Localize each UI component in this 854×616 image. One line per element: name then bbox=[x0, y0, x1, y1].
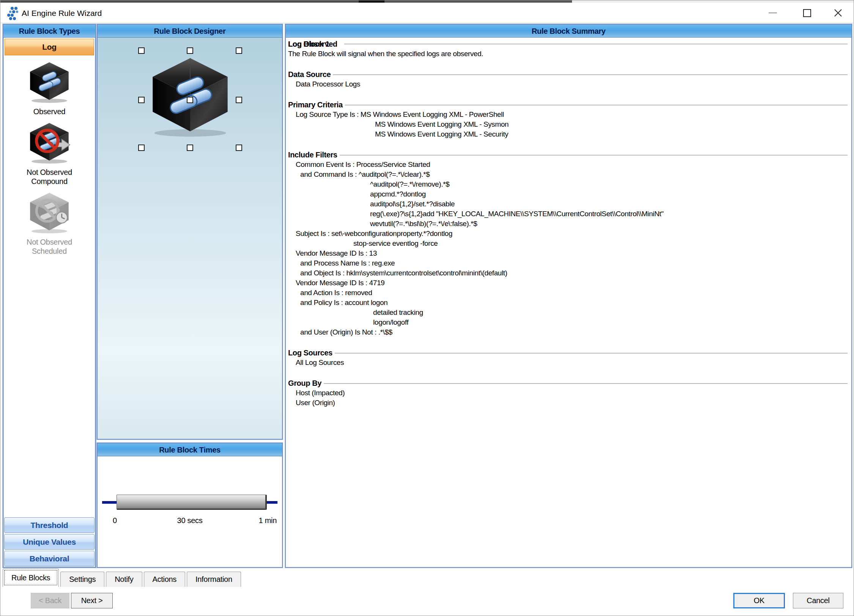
summary-line: Host (Impacted) bbox=[288, 388, 848, 398]
rule-block-times-panel: Rule Block Times 0 30 secs 1 min bbox=[97, 443, 283, 568]
summary-line: MS Windows Event Logging XML - Security bbox=[288, 129, 848, 139]
rule-block-summary-header: Rule Block Summary bbox=[286, 25, 851, 38]
type-label-not-observed-compound: Not Observed Compound bbox=[17, 168, 82, 186]
heading-rule bbox=[340, 155, 848, 156]
log-type-button[interactable]: Log bbox=[5, 39, 94, 55]
summary-line: and Policy Is : account logon bbox=[288, 298, 848, 308]
selection-handle-top-right[interactable] bbox=[236, 47, 242, 54]
section-data-source: Data Source Data Processor Logs bbox=[288, 69, 848, 89]
summary-line: wevtutil(?=.*\bsl\b)(?=.*\/e\:false).*$ bbox=[288, 219, 848, 229]
summary-line: Common Event Is : Process/Service Starte… bbox=[288, 160, 848, 170]
not-observed-compound-cube-icon bbox=[26, 121, 73, 165]
heading-rule bbox=[335, 353, 848, 354]
block-title-overlay: Log Block 1 bbox=[288, 39, 329, 49]
selection-handle-middle-left[interactable] bbox=[138, 97, 145, 103]
heading-rule bbox=[324, 383, 848, 384]
observed-cube-icon bbox=[26, 60, 73, 104]
summary-line: Vendor Message ID Is : 4719 bbox=[288, 278, 848, 288]
selected-rule-block-cube[interactable] bbox=[145, 53, 235, 140]
summary-line: All Log Sources bbox=[288, 358, 848, 368]
summary-line: auditpol\s{1,2}/set.*?disable bbox=[288, 199, 848, 209]
selection-handle-top-left[interactable] bbox=[138, 47, 145, 54]
section-primary-criteria: Primary Criteria Log Source Type Is : MS… bbox=[288, 100, 848, 139]
threshold-button[interactable]: Threshold bbox=[4, 517, 95, 533]
unique-values-button[interactable]: Unique Values bbox=[4, 534, 95, 550]
type-item-not-observed-scheduled[interactable]: Not Observed Scheduled bbox=[3, 190, 95, 256]
close-icon bbox=[834, 8, 843, 17]
data-source-heading: Data Source bbox=[288, 69, 331, 79]
log-sources-heading: Log Sources bbox=[288, 348, 332, 358]
section-group-by: Group By Host (Impacted) User (Origin) bbox=[288, 378, 848, 408]
section-include-filters: Include Filters Common Event Is : Proces… bbox=[288, 150, 848, 337]
window-title: AI Engine Rule Wizard bbox=[22, 9, 102, 18]
back-button[interactable]: < Back bbox=[31, 593, 69, 608]
logrhythm-logo-icon bbox=[6, 6, 20, 23]
summary-line: and Object Is : hklm\system\currentcontr… bbox=[288, 268, 848, 278]
summary-line: User (Origin) bbox=[288, 398, 848, 408]
summary-line: and User (Origin) Is Not : .*\$$ bbox=[288, 327, 848, 337]
summary-line: and Action Is : removed bbox=[288, 288, 848, 298]
summary-line: MS Windows Event Logging XML - Sysmon bbox=[288, 119, 848, 129]
summary-line: logon/logoff bbox=[288, 317, 848, 327]
primary-criteria-heading: Primary Criteria bbox=[288, 100, 343, 110]
type-label-observed: Observed bbox=[17, 107, 82, 116]
summary-line: and Command Is : ^auditpol(?=.*\/clear).… bbox=[288, 170, 848, 179]
selection-handle-middle-center[interactable] bbox=[187, 97, 193, 103]
rule-block-designer-header: Rule Block Designer bbox=[98, 25, 282, 38]
selection-handle-bottom-center[interactable] bbox=[187, 145, 193, 151]
rule-block-designer-panel: Rule Block Designer bbox=[97, 24, 283, 440]
type-item-not-observed-compound[interactable]: Not Observed Compound bbox=[3, 121, 95, 186]
tab-actions[interactable]: Actions bbox=[144, 572, 186, 587]
times-canvas: 0 30 secs 1 min bbox=[98, 456, 282, 567]
designer-canvas[interactable] bbox=[98, 38, 282, 439]
ai-engine-rule-wizard-window: AI Engine Rule Wizard Rule Block Types L… bbox=[0, 0, 854, 616]
minimize-icon bbox=[769, 13, 777, 13]
summary-description: The Rule Block will signal when the spec… bbox=[288, 49, 848, 59]
close-button[interactable] bbox=[826, 3, 851, 23]
include-filters-heading: Include Filters bbox=[288, 150, 337, 160]
time-slider-range-bar[interactable] bbox=[117, 495, 267, 510]
selection-handle-top-center[interactable] bbox=[187, 47, 193, 54]
heading-rule bbox=[333, 74, 848, 75]
summary-line: Data Processor Logs bbox=[288, 79, 848, 89]
rule-block-summary-panel: Rule Block Summary Log Observed Log Bloc… bbox=[285, 24, 852, 568]
rule-block-types-header: Rule Block Types bbox=[3, 25, 95, 38]
summary-line: Log Source Type Is : MS Windows Event Lo… bbox=[288, 110, 848, 119]
next-button[interactable]: Next > bbox=[71, 593, 113, 608]
tab-rule-blocks[interactable]: Rule Blocks bbox=[3, 569, 59, 587]
rule-block-times-header: Rule Block Times bbox=[98, 443, 282, 456]
summary-line: Subject Is : set\-webconfigurationproper… bbox=[288, 229, 848, 239]
tab-notify[interactable]: Notify bbox=[106, 572, 142, 587]
rule-block-types-panel: Rule Block Types Log Observed bbox=[3, 24, 96, 568]
tab-settings[interactable]: Settings bbox=[60, 572, 104, 587]
tick-label-end: 1 min bbox=[259, 516, 277, 525]
summary-line: detailed tracking bbox=[288, 308, 848, 317]
tick-label-mid: 30 secs bbox=[98, 516, 282, 525]
bottom-tabbar: Rule Blocks Settings Notify Actions Info… bbox=[3, 569, 243, 587]
summary-body: Log Observed Log Block 1 The Rule Block … bbox=[286, 38, 851, 567]
summary-line: appcmd.*?dontlog bbox=[288, 189, 848, 199]
ok-button[interactable]: OK bbox=[733, 593, 785, 608]
type-label-not-observed-scheduled: Not Observed Scheduled bbox=[17, 237, 82, 256]
selection-handle-bottom-right[interactable] bbox=[236, 145, 242, 151]
minimize-button[interactable] bbox=[760, 3, 785, 23]
summary-block-title: Log Observed Log Block 1 bbox=[288, 39, 848, 49]
selection-handle-middle-right[interactable] bbox=[236, 97, 242, 103]
category-buttons: Threshold Unique Values Behavioral bbox=[4, 516, 95, 566]
summary-line: ^auditpol(?=.*\/remove).*$ bbox=[288, 179, 848, 189]
summary-line: and Process Name Is : reg.exe bbox=[288, 258, 848, 268]
type-item-observed[interactable]: Observed bbox=[3, 60, 95, 116]
maximize-icon bbox=[803, 9, 811, 17]
behavioral-button[interactable]: Behavioral bbox=[4, 551, 95, 566]
selection-handle-bottom-left[interactable] bbox=[138, 145, 145, 151]
summary-line: stop-service eventlog -force bbox=[288, 239, 848, 248]
group-by-heading: Group By bbox=[288, 378, 321, 388]
summary-line: reg(\.exe)?\s{1,2}add "HKEY_LOCAL_MACHIN… bbox=[288, 209, 848, 219]
summary-line: Vendor Message ID Is : 13 bbox=[288, 248, 848, 258]
maximize-button[interactable] bbox=[794, 3, 819, 23]
cancel-button[interactable]: Cancel bbox=[793, 593, 843, 608]
not-observed-scheduled-cube-icon bbox=[26, 190, 73, 234]
tab-information[interactable]: Information bbox=[187, 572, 241, 587]
section-log-sources: Log Sources All Log Sources bbox=[288, 348, 848, 368]
heading-rule bbox=[344, 44, 848, 44]
